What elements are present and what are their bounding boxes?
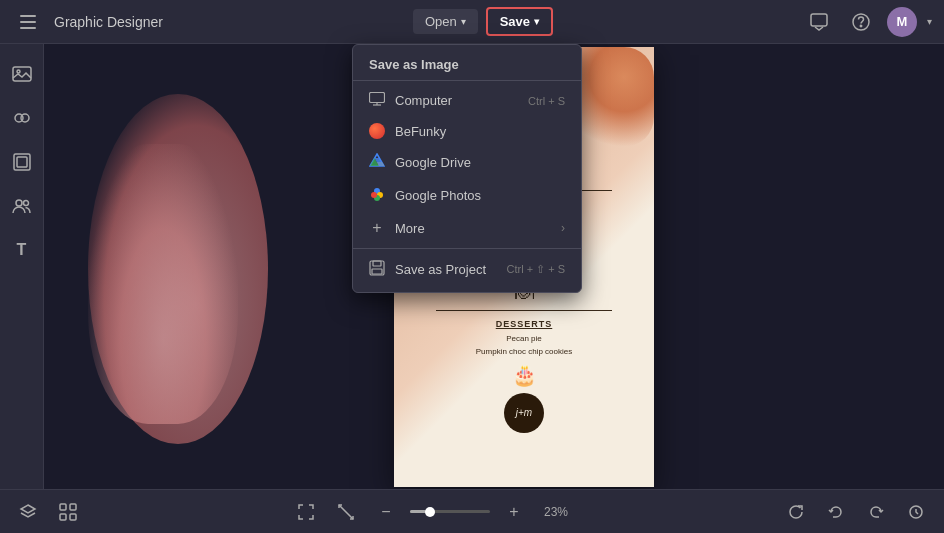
- save-project-item[interactable]: Save as Project Ctrl + ⇧ + S: [353, 253, 581, 286]
- more-label: More: [395, 221, 425, 236]
- flowers-decoration-2: [88, 144, 238, 424]
- svg-rect-3: [811, 14, 827, 26]
- expand-button[interactable]: [290, 496, 322, 528]
- desserts-items: Pecan pie Pumpkin choc chip cookies: [414, 333, 634, 359]
- gphotos-label: Google Photos: [395, 188, 481, 203]
- topbar-left: Graphic Designer: [12, 6, 163, 38]
- divider-2: [436, 310, 612, 311]
- redo-button[interactable]: [860, 496, 892, 528]
- app-title: Graphic Designer: [54, 14, 163, 30]
- save-project-icon: [369, 260, 385, 279]
- bottombar-right: [780, 496, 932, 528]
- save-button[interactable]: Save ▾: [486, 7, 553, 36]
- svg-rect-1: [20, 21, 36, 23]
- svg-point-16: [371, 192, 377, 198]
- bottombar-left: [12, 496, 84, 528]
- avatar-arrow: ▾: [927, 16, 932, 27]
- comment-button[interactable]: [803, 6, 835, 38]
- computer-icon: [369, 92, 385, 109]
- svg-marker-28: [21, 505, 35, 513]
- save-project-label: Save as Project: [395, 262, 486, 277]
- zoom-slider[interactable]: [410, 510, 490, 513]
- crop-button[interactable]: [330, 496, 362, 528]
- topbar-center: Open ▾ Save ▾: [413, 7, 553, 36]
- svg-rect-32: [70, 514, 76, 520]
- desserts-title: DESSERTS: [414, 319, 634, 329]
- save-more-item[interactable]: + More ›: [353, 212, 581, 244]
- avatar[interactable]: M: [887, 7, 917, 37]
- svg-rect-25: [17, 157, 27, 167]
- svg-line-33: [339, 505, 353, 519]
- svg-rect-0: [20, 15, 36, 17]
- refresh-button[interactable]: [780, 496, 812, 528]
- help-button[interactable]: [845, 6, 877, 38]
- zoom-in-button[interactable]: +: [498, 496, 530, 528]
- topbar-right: M ▾: [803, 6, 932, 38]
- dropdown-header: Save as Image: [353, 51, 581, 81]
- google-drive-icon: [369, 153, 385, 172]
- svg-rect-2: [20, 27, 36, 29]
- zoom-percent: 23%: [538, 505, 574, 519]
- svg-point-23: [21, 114, 29, 122]
- save-computer-item[interactable]: Computer Ctrl + S: [353, 85, 581, 116]
- sidebar-item-people[interactable]: [4, 188, 40, 224]
- save-dropdown: Save as Image Computer Ctrl + S BeFunky: [352, 44, 582, 293]
- befunky-label: BeFunky: [395, 124, 446, 139]
- history-button[interactable]: [900, 496, 932, 528]
- svg-rect-29: [60, 504, 66, 510]
- save-gphotos-item[interactable]: Google Photos: [353, 179, 581, 212]
- more-arrow-icon: ›: [561, 221, 565, 235]
- save-gdrive-item[interactable]: Google Drive: [353, 146, 581, 179]
- svg-point-26: [16, 200, 22, 206]
- gdrive-label: Google Drive: [395, 155, 471, 170]
- grid-button[interactable]: [52, 496, 84, 528]
- computer-label: Computer: [395, 93, 452, 108]
- more-icon: +: [369, 219, 385, 237]
- layers-toggle-button[interactable]: [12, 496, 44, 528]
- menu-badge: j+m: [504, 393, 544, 433]
- sidebar-item-layer[interactable]: [4, 144, 40, 180]
- sidebar-item-text[interactable]: T: [4, 232, 40, 268]
- save-befunky-item[interactable]: BeFunky: [353, 116, 581, 146]
- save-project-shortcut: Ctrl + ⇧ + S: [506, 263, 565, 276]
- svg-rect-30: [70, 504, 76, 510]
- dropdown-divider: [353, 248, 581, 249]
- svg-rect-18: [373, 261, 381, 266]
- svg-rect-31: [60, 514, 66, 520]
- bottombar-center: − + 23%: [290, 496, 574, 528]
- sidebar-item-image[interactable]: [4, 56, 40, 92]
- open-button[interactable]: Open ▾: [413, 9, 478, 34]
- svg-point-21: [17, 70, 20, 73]
- desserts-icon: 🎂: [414, 363, 634, 387]
- zoom-out-button[interactable]: −: [370, 496, 402, 528]
- svg-rect-6: [370, 93, 385, 103]
- undo-button[interactable]: [820, 496, 852, 528]
- google-photos-icon: [369, 186, 385, 205]
- svg-rect-19: [372, 269, 382, 274]
- svg-rect-20: [13, 67, 31, 81]
- sidebar-item-filter[interactable]: [4, 100, 40, 136]
- bottombar: − + 23%: [0, 489, 944, 533]
- menu-button[interactable]: [12, 6, 44, 38]
- sidebar: T: [0, 44, 44, 489]
- svg-point-5: [860, 25, 861, 26]
- computer-shortcut: Ctrl + S: [528, 95, 565, 107]
- svg-point-27: [23, 201, 28, 206]
- befunky-icon: [369, 123, 385, 139]
- topbar: Graphic Designer Open ▾ Save ▾ M: [0, 0, 944, 44]
